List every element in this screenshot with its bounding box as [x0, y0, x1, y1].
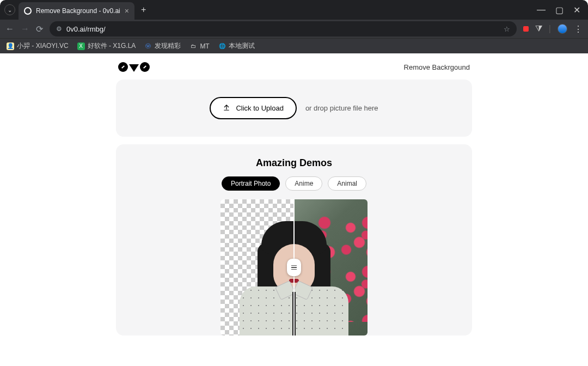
tab-favicon-icon [24, 7, 32, 15]
logo-dot-icon [140, 62, 150, 72]
upload-button-label: Click to Upload [236, 104, 283, 112]
upload-icon [223, 103, 230, 113]
tab-animal[interactable]: Animal [328, 176, 366, 191]
upload-button[interactable]: Click to Upload [210, 97, 296, 119]
nav-remove-background[interactable]: Remove Backrgound [404, 63, 470, 71]
demos-heading: Amazing Demos [129, 157, 459, 169]
upload-dropzone[interactable]: Click to Upload or drop picture file her… [116, 80, 472, 137]
tab-portrait[interactable]: Portrait Photo [222, 176, 280, 191]
profile-avatar[interactable] [558, 24, 567, 34]
slider-handle[interactable] [287, 259, 301, 276]
bookmark-item[interactable]: X好软件 - X1G.LA [77, 41, 136, 51]
back-button[interactable]: ← [5, 24, 14, 34]
url-text: 0v0.ai/rmbg/ [66, 25, 106, 33]
bookmark-item[interactable]: ⓦ发现精彩 [144, 41, 181, 51]
window-close-icon[interactable]: ✕ [573, 5, 580, 15]
extension-icon[interactable] [523, 26, 529, 32]
bookmark-item[interactable]: 🗀MT [189, 42, 209, 50]
site-logo[interactable] [118, 62, 150, 72]
drop-hint-text: or drop picture file here [305, 104, 378, 112]
new-tab-button[interactable]: + [138, 5, 149, 15]
extensions-menu-icon[interactable]: ⧩ [535, 24, 542, 34]
bookmark-star-icon[interactable]: ☆ [504, 25, 510, 33]
site-info-icon[interactable]: ⚙ [56, 25, 62, 33]
logo-triangle-icon [129, 64, 139, 72]
tab-anime[interactable]: Anime [285, 176, 322, 191]
window-minimize-icon[interactable]: — [537, 5, 546, 15]
before-after-slider[interactable] [220, 199, 367, 335]
tab-search-dropdown[interactable]: ⌄ [4, 4, 15, 15]
reload-button[interactable]: ⟳ [36, 24, 43, 34]
tab-title: Remove Background - 0v0.ai [36, 7, 120, 15]
bookmark-item[interactable]: 🌐本地测试 [218, 41, 255, 51]
bookmark-item[interactable]: 👤小羿 - XIAOYI.VC [7, 41, 69, 51]
address-bar[interactable]: ⚙ 0v0.ai/rmbg/ ☆ [50, 21, 517, 36]
window-maximize-icon[interactable]: ▢ [555, 5, 564, 15]
browser-menu-icon[interactable]: ⋮ [574, 24, 583, 34]
logo-dot-icon [118, 62, 128, 72]
browser-tab[interactable]: Remove Background - 0v0.ai × [19, 2, 134, 20]
forward-button: → [21, 24, 29, 34]
close-tab-icon[interactable]: × [125, 7, 129, 15]
